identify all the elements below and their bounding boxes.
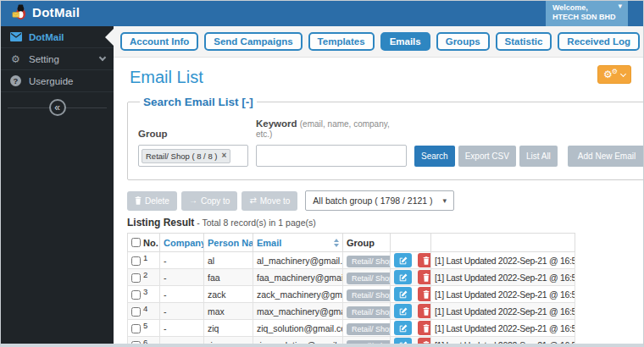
group-badge: Retail/ Shop [347,289,391,301]
column-header-person-name[interactable]: Person Name [204,234,253,252]
edit-button[interactable] [394,270,412,284]
table-row: 4 - max max_machinery@gmail.com Retail/ … [128,303,575,320]
search-legend[interactable]: Search Email List [-] [140,96,257,108]
search-button[interactable]: Search [414,146,455,167]
trash-icon [423,273,430,282]
delete-row-button[interactable] [418,253,431,267]
user-menu[interactable]: Welcome, HTECH SDN BHD ▾ [546,1,628,26]
group-badge: Retail/ Shop [347,340,391,347]
batch-group-selected: All batch group ( 1798 / 2121 ) [313,196,432,206]
remove-tag-icon[interactable]: × [221,151,226,160]
copy-to-button[interactable]: → Copy to [181,191,237,211]
gear-icon: ⚙ [9,53,22,65]
cogs-button[interactable]: ⚙ ⚙ [597,65,631,84]
cell-email: max_machinery@gmail.com [253,303,343,320]
keyword-label: Keyword (email, name, company, etc.) [256,118,407,139]
group-badge: Retail/ Shop [347,306,391,318]
table-row: 6 - riza riza_solution@gmail.com Retail/… [128,337,575,347]
delete-row-button[interactable] [418,270,431,284]
add-new-email-button[interactable]: Add New Email [568,146,644,167]
content-area: Account Info Send Campaigns Templates Em… [114,26,643,344]
row-checkbox[interactable] [131,290,141,300]
row-checkbox[interactable] [131,256,141,266]
select-all-checkbox[interactable] [131,238,141,247]
cell-last-updated: [1] Last Updated 2022-Sep-21 @ 16:52:50 … [431,269,575,286]
cell-last-updated: [1] Last Updated 2022-Sep-21 @ 16:52:50 … [431,252,575,269]
row-number: 3 [143,287,147,296]
edit-button[interactable] [394,338,412,347]
sort-icon [334,239,339,247]
sidebar-item-userguide[interactable]: ? Userguide [1,70,114,92]
sidebar-item-label: Setting [29,54,59,64]
cell-last-updated: [1] Last Updated 2022-Sep-21 @ 16:52:50 … [431,286,575,303]
delete-row-button[interactable] [418,321,431,335]
group-badge: Retail/ Shop [347,256,391,267]
email-table: No. Company Person Name Email Group 1 - … [127,233,575,347]
edit-button[interactable] [394,321,412,335]
trash-icon [135,196,142,205]
column-header-company[interactable]: Company [160,234,204,252]
pencil-icon [399,324,408,333]
keyword-input[interactable] [256,145,407,167]
pencil-icon [399,341,408,347]
cell-person-name: riza [204,337,253,347]
listing-summary: Listing Result - Total 8 record(s) in 1 … [127,217,632,229]
group-badge: Retail/ Shop [347,323,391,335]
tab-emails[interactable]: Emails [380,32,430,51]
delete-button[interactable]: Delete [127,191,177,211]
row-checkbox[interactable] [131,341,141,347]
question-icon: ? [10,75,21,86]
envelope-icon [9,32,22,41]
sidebar-item-dotmail[interactable]: DotMail [1,26,114,48]
group-multiselect[interactable]: Retail/ Shop ( 8 / 8 ) × [138,145,248,167]
cell-last-updated: [1] Last Updated 2022-Sep-21 @ 16:52:50 … [431,303,575,320]
cell-person-name: faa [204,269,253,286]
list-all-button[interactable]: List All [519,146,558,167]
column-header-no: No. [143,238,158,248]
column-header-group: Group [343,234,391,252]
delete-row-button[interactable] [418,287,431,301]
trash-icon [423,307,430,316]
active-item-arrow [105,29,114,46]
edit-button[interactable] [394,253,412,267]
column-header-actions [391,234,431,252]
cell-last-updated: [1] Last Updated 2022-Sep-21 @ 16:52:50 … [431,320,575,337]
topbar: DotMail Welcome, HTECH SDN BHD ▾ [1,1,643,26]
edit-button[interactable] [394,287,412,301]
brand-title: DotMail [32,5,80,19]
sidebar-collapse-button[interactable]: « [49,99,66,116]
delete-row-button[interactable] [418,338,431,347]
trash-icon [423,341,430,347]
welcome-text: Welcome, [552,3,621,13]
tab-statistic[interactable]: Statistic [496,32,552,51]
cell-company: - [160,303,204,320]
sidebar-item-setting[interactable]: ⚙ Setting [1,48,114,70]
row-checkbox[interactable] [131,273,141,283]
row-checkbox[interactable] [131,324,141,333]
tab-received-log[interactable]: Received Log [558,32,640,51]
cell-company: - [160,252,204,269]
batch-group-select[interactable]: All batch group ( 1798 / 2121 ) ▾ [305,190,454,211]
batch-actions: Delete → Copy to ⇄ Move to All batch gro… [127,190,632,211]
cell-company: - [160,320,204,337]
cell-person-name: al [204,252,253,269]
edit-button[interactable] [394,304,412,318]
delete-row-button[interactable] [418,304,431,318]
tab-account-info[interactable]: Account Info [120,32,198,51]
swap-arrows-icon: ⇄ [249,196,256,205]
search-form-row: Group Retail/ Shop ( 8 / 8 ) × Keyword (… [138,118,644,167]
tab-send-campaigns[interactable]: Send Campaigns [204,32,302,51]
export-csv-button[interactable]: Export CSV [458,146,516,167]
cell-email: riza_solution@gmail.com [253,337,343,347]
caret-down-icon: ▾ [618,2,622,10]
move-to-button[interactable]: ⇄ Move to [242,191,297,211]
row-checkbox[interactable] [131,307,141,317]
search-buttons: Search Export CSV List All Add New Email [414,146,644,167]
tab-groups[interactable]: Groups [436,32,490,51]
sidebar-collapse-row: « [1,92,114,123]
group-tag: Retail/ Shop ( 8 / 8 ) × [142,149,230,163]
dotmail-app-window: DotMail Welcome, HTECH SDN BHD ▾ DotMail… [0,0,644,347]
table-header-row: No. Company Person Name Email Group [128,234,575,252]
column-header-email[interactable]: Email [253,234,343,252]
tab-templates[interactable]: Templates [308,32,375,51]
